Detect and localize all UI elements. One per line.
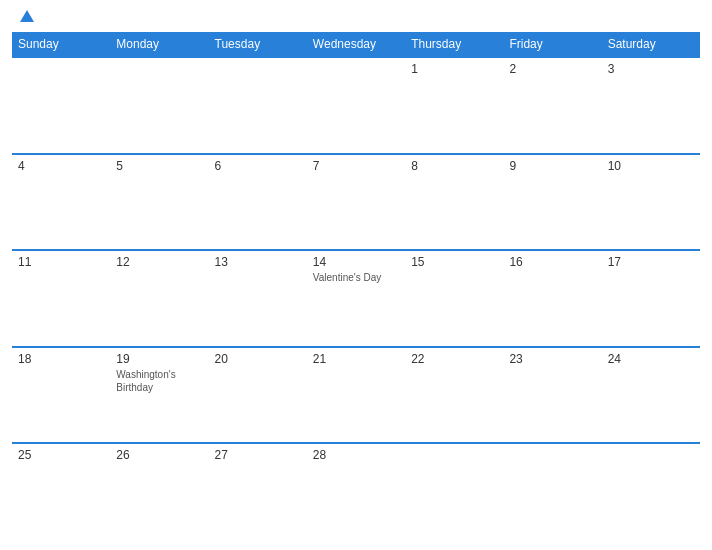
day-cell: 21 [307,347,405,444]
day-cell: 28 [307,443,405,540]
day-cell: 4 [12,154,110,251]
calendar-container: SundayMondayTuesdayWednesdayThursdayFrid… [0,0,712,550]
day-cell: 3 [602,57,700,154]
day-number: 7 [313,159,399,173]
day-number: 5 [116,159,202,173]
logo [16,10,34,24]
day-number: 8 [411,159,497,173]
day-number: 11 [18,255,104,269]
day-cell: 13 [209,250,307,347]
day-cell: 15 [405,250,503,347]
day-cell: 23 [503,347,601,444]
week-row-3: 11121314Valentine's Day151617 [12,250,700,347]
day-cell [503,443,601,540]
day-number: 3 [608,62,694,76]
day-cell: 10 [602,154,700,251]
day-number: 20 [215,352,301,366]
day-number: 19 [116,352,202,366]
day-cell: 8 [405,154,503,251]
day-cell: 26 [110,443,208,540]
day-number: 9 [509,159,595,173]
day-cell: 18 [12,347,110,444]
weekday-header-friday: Friday [503,32,601,57]
day-number: 1 [411,62,497,76]
day-number: 21 [313,352,399,366]
day-cell: 25 [12,443,110,540]
week-row-2: 45678910 [12,154,700,251]
weekday-header-thursday: Thursday [405,32,503,57]
day-cell [602,443,700,540]
day-number: 28 [313,448,399,462]
week-row-4: 1819Washington's Birthday2021222324 [12,347,700,444]
calendar-table: SundayMondayTuesdayWednesdayThursdayFrid… [12,32,700,540]
logo-triangle-icon [20,10,34,22]
calendar-header [12,10,700,24]
day-number: 2 [509,62,595,76]
day-number: 23 [509,352,595,366]
day-cell: 19Washington's Birthday [110,347,208,444]
day-cell: 27 [209,443,307,540]
day-number: 24 [608,352,694,366]
day-cell: 5 [110,154,208,251]
day-cell [12,57,110,154]
day-cell [307,57,405,154]
weekday-header-wednesday: Wednesday [307,32,405,57]
day-number: 13 [215,255,301,269]
day-number: 18 [18,352,104,366]
weekday-header-sunday: Sunday [12,32,110,57]
day-cell: 17 [602,250,700,347]
day-cell [110,57,208,154]
day-cell: 12 [110,250,208,347]
day-cell: 2 [503,57,601,154]
weekday-header-monday: Monday [110,32,208,57]
day-number: 10 [608,159,694,173]
day-number: 15 [411,255,497,269]
day-cell: 20 [209,347,307,444]
day-number: 27 [215,448,301,462]
day-cell: 22 [405,347,503,444]
week-row-5: 25262728 [12,443,700,540]
day-cell: 16 [503,250,601,347]
day-number: 22 [411,352,497,366]
day-cell: 11 [12,250,110,347]
day-cell [405,443,503,540]
day-cell: 7 [307,154,405,251]
day-cell: 24 [602,347,700,444]
weekday-header-saturday: Saturday [602,32,700,57]
day-number: 6 [215,159,301,173]
weekday-header-tuesday: Tuesday [209,32,307,57]
day-number: 4 [18,159,104,173]
day-cell: 6 [209,154,307,251]
day-cell: 1 [405,57,503,154]
day-number: 14 [313,255,399,269]
day-number: 16 [509,255,595,269]
weekday-header-row: SundayMondayTuesdayWednesdayThursdayFrid… [12,32,700,57]
day-number: 17 [608,255,694,269]
week-row-1: 123 [12,57,700,154]
event-label: Valentine's Day [313,271,399,284]
event-label: Washington's Birthday [116,368,202,394]
day-cell: 9 [503,154,601,251]
day-cell: 14Valentine's Day [307,250,405,347]
day-number: 25 [18,448,104,462]
day-cell [209,57,307,154]
day-number: 12 [116,255,202,269]
day-number: 26 [116,448,202,462]
